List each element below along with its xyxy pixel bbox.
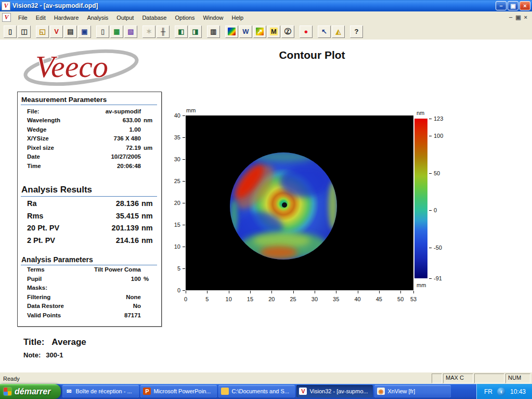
xnview-icon: ◉ [377, 388, 385, 395]
y-tick-mark [183, 247, 185, 247]
printer-icon: ▤ [67, 28, 74, 35]
x-tick-label: 25 [287, 296, 300, 302]
result-label: 20 Pt. PV [21, 224, 59, 232]
y-tick-label: 25 [166, 178, 180, 184]
new-database-document-button[interactable]: ◫ [18, 25, 31, 38]
y-tick-label: 0 [166, 287, 180, 293]
y-tick-mark [183, 159, 185, 160]
mdi-minimize-button[interactable]: ‒ [509, 14, 512, 21]
menu-item[interactable]: File [14, 13, 32, 22]
save-button[interactable]: ▣ [78, 25, 91, 38]
record-button[interactable]: ● [300, 25, 313, 38]
window-title: Vision32 - [av-supmodif.opd] [12, 2, 496, 9]
y-tick-mark [183, 181, 185, 182]
copy-pages-icon: ▥ [210, 28, 217, 35]
x-tick-mark [315, 291, 315, 293]
minimize-button[interactable]: – [496, 1, 507, 10]
contour-plot-icon [228, 28, 236, 35]
profile-plot-button[interactable]: W [239, 25, 252, 38]
contour-plot: mm mm nm [166, 107, 458, 315]
parameters-panel: Measurement Parameters File: av-supmodif… [17, 92, 162, 327]
clock[interactable]: 10:43 [510, 388, 526, 395]
x-tick-mark [229, 291, 229, 293]
dataset-button[interactable]: ▦ [110, 25, 123, 38]
cascade-windows-button[interactable]: ◨ [189, 25, 202, 38]
x-tick-mark [207, 291, 207, 293]
record-dot-icon: ● [302, 28, 310, 35]
parameter-value: av-supmodif [106, 108, 141, 114]
parameter-row: Filtering None [21, 292, 157, 302]
mdi-restore-button[interactable]: ▣ [515, 14, 521, 21]
language-indicator[interactable]: FR [484, 388, 492, 395]
parameter-label: Filtering [21, 294, 50, 300]
task-explorer[interactable]: C:\Documents and S... [218, 385, 295, 397]
mdi-close-button[interactable]: × [524, 14, 527, 21]
x-tick-mark [293, 291, 294, 293]
contour-plot-button[interactable] [225, 25, 238, 38]
pointer-arrow-icon: ↖ [320, 28, 328, 35]
surface-3d-plot-button[interactable]: ↗ [253, 25, 266, 38]
menu-item[interactable]: Help [228, 13, 248, 22]
x-tick-mark [358, 291, 358, 293]
zernike-button[interactable]: Ⓩ [281, 25, 294, 38]
trim-filter-button[interactable]: ╫ [157, 25, 170, 38]
menu-item[interactable]: Edit [32, 13, 50, 22]
print-button[interactable]: ▤ [64, 25, 77, 38]
parameter-value: 72.19 [126, 145, 141, 151]
open-folder-icon: ◱ [38, 28, 46, 35]
flask-icon: ◭ [334, 28, 342, 35]
measure-button[interactable]: ✶ [142, 25, 155, 38]
window-controls: – ▣ × [496, 1, 530, 10]
result-value: 35.415 [116, 212, 139, 220]
x-tick-label: 50 [394, 296, 407, 302]
menu-item[interactable]: Options [171, 13, 199, 22]
y-tick-label: 30 [166, 156, 180, 162]
mask-editor-button[interactable]: ▧ [124, 25, 137, 38]
parameter-label: Pixel size [21, 145, 54, 151]
parameter-value: 87171 [124, 312, 141, 318]
analysis-tools-button[interactable]: ◭ [332, 25, 345, 38]
menu-item[interactable]: Hardware [50, 13, 83, 22]
start-button[interactable]: démarrer [0, 384, 61, 399]
m-analysis-button[interactable]: M [267, 25, 280, 38]
menu-item[interactable]: Database [138, 13, 171, 22]
menu-item[interactable]: Window [199, 13, 227, 22]
pointer-tool-button[interactable]: ↖ [318, 25, 331, 38]
copy-data-button[interactable]: ▯ [96, 25, 109, 38]
document-icon: V [2, 13, 11, 22]
z-circle-icon: Ⓩ [284, 28, 292, 35]
new-document-button[interactable]: ▯ [4, 25, 17, 38]
menu-item[interactable]: Output [112, 13, 138, 22]
open-opd-file-button[interactable]: V [50, 25, 63, 38]
report-page: Veeco Contour Plot Measurement Parameter… [0, 40, 532, 372]
parameter-label: Valid Points [21, 312, 61, 318]
analysis-results-heading: Analysis Results [21, 184, 157, 197]
x-tick-label: 10 [223, 296, 235, 302]
restore-button[interactable]: ▣ [508, 1, 518, 10]
task-label: Microsoft PowerPoin... [153, 388, 211, 394]
open-button[interactable]: ◱ [36, 25, 49, 38]
tile-windows-button[interactable]: ◧ [175, 25, 188, 38]
status-cell [432, 374, 442, 383]
y-tick-label: 5 [166, 265, 180, 272]
help-button[interactable]: ? [350, 25, 363, 38]
task-vision32[interactable]: V Vision32 - [av-supmo... [296, 385, 373, 397]
y-tick-label: 20 [166, 200, 180, 206]
close-button[interactable]: × [520, 1, 530, 10]
task-powerpoint[interactable]: P Microsoft PowerPoin... [140, 385, 217, 397]
hide-icons-button[interactable]: ‹ [497, 388, 505, 396]
colorbar-tick-label: 100 [434, 133, 451, 139]
x-tick-mark [336, 291, 336, 293]
m-icon: M [270, 28, 278, 35]
parameter-label: X/YSize [21, 135, 49, 141]
parameter-label: Masks: [21, 285, 47, 291]
task-xnview[interactable]: ◉ XnView [fr] [374, 385, 451, 397]
parameter-label: Date [21, 153, 40, 160]
colorbar-tick-label: 123 [434, 115, 451, 122]
copy-page-button[interactable]: ▥ [207, 25, 220, 38]
parameter-value: Tilt Power Coma [94, 266, 141, 273]
parameter-unit: um [141, 145, 157, 151]
task-outlook-express[interactable]: ✉ Boîte de réception - ... [62, 385, 139, 397]
menu-item[interactable]: Analysis [83, 13, 112, 22]
status-cell: NUM [505, 374, 530, 383]
